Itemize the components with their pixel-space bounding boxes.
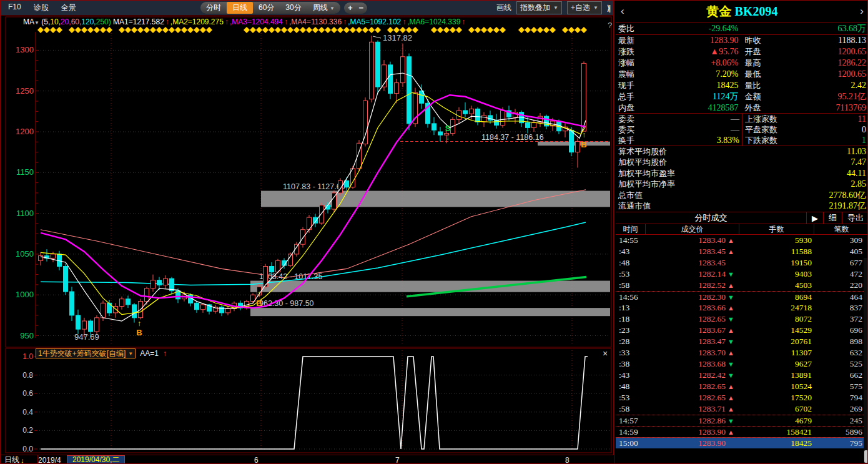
down-arrow-icon: ▼ <box>726 270 739 278</box>
price-label: 947.69 <box>74 332 99 342</box>
quote-valuation-stats: 算术平均股价11.03加权平均股价7.47加权平均市盈率44.11加权平均市净率… <box>616 146 868 212</box>
export-button[interactable]: 导出 <box>842 212 868 224</box>
diamond-signal-icon <box>481 27 487 33</box>
column-header[interactable]: 成交价 <box>646 224 739 234</box>
down-arrow-icon: ↓ <box>21 457 24 464</box>
scrollbar-thumb[interactable] <box>864 450 868 463</box>
app-window: F10诊股全景 分时日线60分30分周线 ▼ + − 画线 指数叠加▼ +自选▼… <box>0 0 868 464</box>
tape-row[interactable]: 14:56 1282.30▼ 8694 464 <box>616 291 868 302</box>
tape-row[interactable]: 15:00 1283.90 18425 795 <box>616 437 868 448</box>
trade-price: 1282.86 <box>646 416 726 426</box>
trade-time: 15:00 <box>616 438 646 448</box>
selected-date-chip[interactable]: 2019/04/30,二 <box>67 455 125 464</box>
tape-row[interactable]: :33 1283.70▲ 11307 632 <box>616 347 868 358</box>
expand-tape-button[interactable]: ▶ <box>806 212 823 224</box>
trade-count: 309 <box>812 235 868 245</box>
y-axis-label: 1050 <box>16 249 34 259</box>
prev-stock-icon[interactable]: ‹ <box>616 5 629 17</box>
trade-count: 837 <box>812 303 868 313</box>
quote-label: 委买 <box>618 124 659 136</box>
diamond-signal-icon <box>325 27 331 33</box>
up-arrow-icon: ▲ <box>726 282 739 289</box>
tape-row[interactable]: :53 1282.65▲ 17520 794 <box>616 392 868 403</box>
up-arrow-icon: ▲ <box>726 405 739 413</box>
diamond-signal-icon <box>256 27 262 33</box>
quote-value: 2778.60亿 <box>699 190 866 201</box>
tape-row[interactable]: :58 1283.71▲ 6702 269 <box>616 403 868 415</box>
candle <box>501 111 505 126</box>
tape-row[interactable]: :18 1282.65▼ 8072 372 <box>616 313 868 325</box>
candle <box>532 123 536 128</box>
candle <box>89 321 93 332</box>
collapse-panel-icon[interactable]: ⟩| <box>607 4 609 12</box>
tape-row[interactable]: :48 1283.45 19150 677 <box>616 257 868 269</box>
tab-分时[interactable]: 分时 <box>200 2 227 14</box>
candle <box>301 230 305 245</box>
zoom-out-button[interactable]: − <box>359 3 364 13</box>
menu-item-2[interactable]: 全景 <box>61 2 76 13</box>
trade-time: :23 <box>616 325 646 335</box>
ma-label[interactable]: MA▼ <box>23 17 39 26</box>
quote-row: 总市值2778.60亿 <box>616 190 868 201</box>
period-button[interactable]: 日线↓ <box>1 455 38 464</box>
tape-row[interactable]: :58 1282.52▲ 4503 220 <box>616 280 868 291</box>
price-label: 1317.82 <box>383 33 412 42</box>
tape-row[interactable]: :28 1283.47▼ 20761 898 <box>616 336 868 347</box>
candle <box>151 280 155 289</box>
menu-item-0[interactable]: F10 <box>8 2 21 13</box>
quote-row: 震幅 7.20% 最低 1200.65 <box>616 69 868 80</box>
detail-button[interactable]: 细 <box>823 212 842 224</box>
quote-label: 现手 <box>618 80 654 91</box>
timeline-bar: 日线↓ 2019/42019/04/30,二678 <box>1 455 614 464</box>
quote-label: 加权平均市盈率 <box>618 168 699 179</box>
diamond-signal-icon <box>525 27 531 33</box>
tape-row[interactable]: 14:55 1283.40▲ 5930 309 <box>616 235 868 246</box>
diamond-signal-icon <box>393 27 400 33</box>
tape-row[interactable]: 14:57 1282.86▼ 4679 245 <box>616 415 868 426</box>
diamond-signal-icon <box>287 27 293 33</box>
tape-row[interactable]: :23 1283.67▲ 14529 696 <box>616 325 868 336</box>
tab-60分[interactable]: 60分 <box>253 2 280 14</box>
tape-row[interactable]: :48 1282.65▲ 10524 575 <box>616 381 868 392</box>
trade-count: 677 <box>812 258 868 268</box>
trade-count: 269 <box>812 404 868 414</box>
trade-time: :48 <box>616 258 646 268</box>
quote-value: 2.85 <box>699 179 866 189</box>
close-indicator-icon[interactable]: × <box>603 348 608 358</box>
down-arrow-icon: ▼ <box>726 338 739 345</box>
candle <box>270 267 274 272</box>
tape-table: 14:55 1283.40▲ 5930 309 :43 1283.45▲ 115… <box>616 235 868 448</box>
tape-row[interactable]: :43 1283.45▲ 11588 405 <box>616 246 868 257</box>
column-header[interactable]: 手数 <box>739 224 814 234</box>
tape-row[interactable]: :53 1282.14▼ 9403 472 <box>616 269 868 280</box>
menu-item-1[interactable]: 诊股 <box>34 2 49 13</box>
column-header[interactable]: 时间 <box>616 224 646 234</box>
diamond-signal-icon <box>431 27 437 33</box>
tab-30分[interactable]: 30分 <box>280 2 307 14</box>
tape-row[interactable]: :43 1282.42▼ 13891 662 <box>616 370 868 381</box>
indicator-selector[interactable]: 1牛势突破+筹码突破[自编]▼ <box>36 348 136 358</box>
draw-line-button[interactable]: 画线 <box>496 2 511 13</box>
tape-row[interactable]: :38 1283.68▼ 9627 525 <box>616 358 868 370</box>
tab-日线[interactable]: 日线 <box>227 2 253 14</box>
timeline-labels: 2019/42019/04/30,二678 <box>38 455 614 464</box>
column-header[interactable]: 笔数 <box>814 224 868 234</box>
candle <box>576 142 580 152</box>
next-stock-icon[interactable]: › <box>855 5 868 17</box>
tape-row[interactable]: :13 1283.66▲ 24718 837 <box>616 302 868 313</box>
caret-down-icon: ▼ <box>593 5 598 11</box>
candlestick-chart[interactable]: 95010001050110011501200125013001107.83 -… <box>1 16 614 348</box>
quote-value: 1 <box>786 136 866 146</box>
add-watchlist-dropdown[interactable]: +自选▼ <box>567 1 602 14</box>
quote-value: 4128587 <box>654 103 739 113</box>
scrollbar[interactable] <box>864 258 868 464</box>
indicator-chart[interactable]: 1.00.80.60.40.20.0 <box>1 348 614 455</box>
tab-周线[interactable]: 周线 ▼ <box>307 2 340 14</box>
candle <box>395 83 399 94</box>
index-overlay-dropdown[interactable]: 指数叠加▼ <box>516 1 562 14</box>
candle <box>126 299 131 305</box>
zoom-in-button[interactable]: + <box>348 3 353 13</box>
tape-row[interactable]: 14:59 1283.90▲ 158421 5896 <box>616 426 868 437</box>
ma-param: 10, <box>50 17 61 26</box>
diamond-signal-icon <box>293 27 300 33</box>
